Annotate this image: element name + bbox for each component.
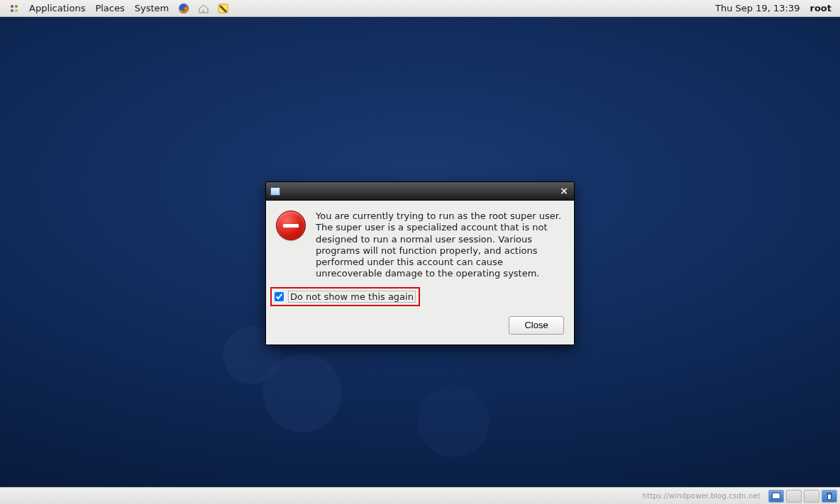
show-desktop-icon[interactable] (768, 490, 784, 503)
svg-rect-7 (827, 493, 831, 494)
do-not-show-checkbox[interactable] (275, 292, 284, 301)
menu-applications[interactable]: Applications (24, 3, 90, 13)
do-not-show-checkbox-row[interactable]: Do not show me this again (270, 287, 420, 306)
trash-icon[interactable] (822, 490, 837, 503)
svg-point-3 (15, 9, 18, 12)
dialog-titlebar[interactable]: × (266, 182, 574, 201)
bottom-panel: https://windpower.blog.csdn.net (0, 487, 840, 504)
dialog-message: You are currently trying to run as the r… (316, 211, 564, 280)
close-button[interactable]: Close (509, 316, 564, 335)
notes-icon[interactable] (218, 3, 229, 14)
menu-places[interactable]: Places (90, 3, 129, 13)
workspace-2-icon[interactable] (804, 490, 819, 503)
svg-rect-5 (202, 10, 204, 13)
top-panel: Applications Places System Thu Sep 19, 1… (0, 0, 840, 17)
window-icon (270, 187, 280, 196)
user-menu[interactable]: root (806, 3, 836, 13)
home-folder-icon[interactable] (198, 3, 209, 14)
clock[interactable]: Thu Sep 19, 13:39 (709, 3, 805, 13)
svg-point-2 (11, 9, 13, 12)
svg-point-1 (15, 5, 18, 8)
firefox-icon[interactable] (178, 3, 189, 14)
root-warning-dialog: × You are currently trying to run as the… (265, 181, 575, 345)
dialog-buttons: Close (266, 306, 574, 345)
watermark-text: https://windpower.blog.csdn.net (642, 492, 761, 500)
distro-logo-icon[interactable] (9, 3, 20, 14)
desktop: × You are currently trying to run as the… (0, 17, 840, 487)
menu-system[interactable]: System (130, 3, 174, 13)
error-icon (276, 211, 306, 240)
svg-point-0 (11, 5, 13, 8)
workspace-1-icon[interactable] (786, 490, 802, 503)
window-close-icon[interactable]: × (558, 186, 570, 197)
dialog-body: You are currently trying to run as the r… (266, 201, 574, 283)
do-not-show-label: Do not show me this again (288, 291, 416, 303)
